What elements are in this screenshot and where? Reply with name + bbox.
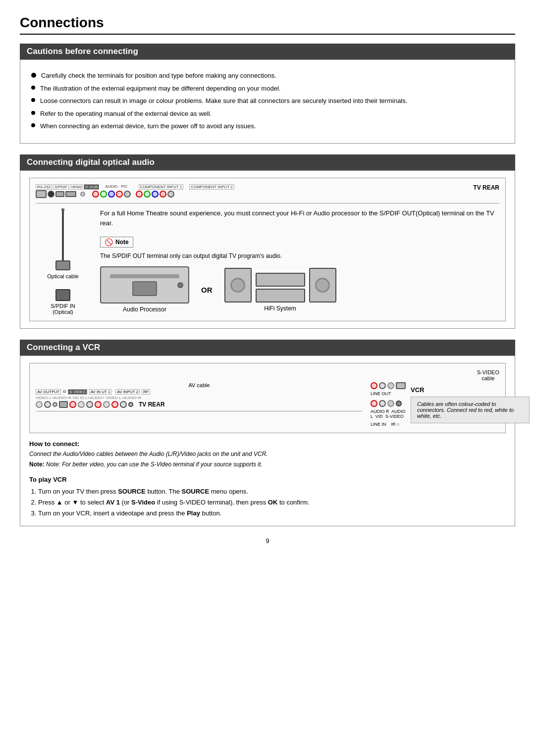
vcr-connector-row: TV REAR bbox=[36, 401, 363, 408]
bullet-icon-3 bbox=[31, 98, 35, 102]
cautions-list: Carefully check the terminals for positi… bbox=[29, 67, 506, 136]
caution-item-3: Loose connectors can result in image or … bbox=[31, 96, 504, 106]
optical-main-content: Optical cable S/PDIF IN (Optical) For a … bbox=[36, 208, 499, 315]
optical-cable-diagram: Optical cable S/PDIF IN (Optical) bbox=[36, 208, 90, 315]
tv-rear-ports: RS-232 S/PDIF HDMI D-SUB AUDIO PIC COMPO… bbox=[36, 184, 234, 200]
spdif-in-connector bbox=[55, 289, 70, 301]
or-label: OR bbox=[201, 286, 213, 294]
connector-hdmi bbox=[55, 191, 64, 197]
audio-processor-visual bbox=[100, 266, 189, 303]
spdif-label: S/PDIF IN (Optical) bbox=[51, 303, 75, 315]
connector-spdif bbox=[48, 191, 54, 198]
how-to-text: Connect the Audio/Video cables between t… bbox=[29, 450, 506, 458]
vcr-diagram: S-VIDEO cable AV cable AV OUTPUT Ω S VID… bbox=[29, 363, 506, 433]
svideo-cable-label: S-VIDEO cable bbox=[477, 369, 499, 381]
bullet-icon-4 bbox=[31, 111, 35, 115]
page-title: Connections bbox=[20, 15, 515, 35]
vcr-section: Connecting a VCR S-VIDEO cable AV cable … bbox=[20, 340, 515, 526]
how-to-header: How to connect: bbox=[29, 440, 506, 448]
note-text: The S/PDIF OUT terminal only can output … bbox=[100, 252, 499, 259]
connector-audio bbox=[80, 192, 85, 197]
digital-optical-header: Connecting digital optical audio bbox=[20, 154, 515, 170]
devices-row: Audio Processor OR bbox=[100, 266, 499, 313]
caution-item-1: Carefully check the terminals for positi… bbox=[31, 71, 504, 81]
cautions-header: Cautions before connecting bbox=[20, 44, 515, 59]
to-play-vcr: To play VCR Turn on your TV then press S… bbox=[29, 476, 506, 519]
optical-connector-end bbox=[55, 260, 70, 270]
bullet-icon-5 bbox=[31, 123, 35, 127]
colour-note: Cables are often colour-coded to connect… bbox=[411, 397, 530, 423]
av-cable-label: AV cable bbox=[36, 382, 363, 388]
vcr-label: VCR bbox=[411, 386, 424, 394]
speaker-left bbox=[224, 268, 252, 302]
to-play-header: To play VCR bbox=[29, 476, 506, 483]
tv-rear-label-optical: TV REAR bbox=[473, 184, 499, 191]
caution-item-2: The illustration of the external equipme… bbox=[31, 84, 504, 94]
how-to-connect: How to connect: Connect the Audio/Video … bbox=[29, 440, 506, 469]
hifi-visual bbox=[224, 268, 336, 302]
note-icon: 🚫 bbox=[105, 238, 113, 246]
connector-rs232 bbox=[36, 190, 47, 198]
bullet-icon-2 bbox=[31, 86, 35, 90]
vcr-main-area: AV cable AV OUTPUT Ω S VIDEO AV IN UT 1 … bbox=[36, 382, 499, 427]
tv-rear-diagram-optical: RS-232 S/PDIF HDMI D-SUB AUDIO PIC COMPO… bbox=[29, 178, 506, 321]
digital-optical-section: Connecting digital optical audio RS-232 … bbox=[20, 154, 515, 329]
optical-cable-label: Optical cable bbox=[47, 273, 79, 279]
hifi-label: HiFi System bbox=[264, 305, 296, 312]
tv-rear-label-vcr: TV REAR bbox=[139, 401, 165, 408]
to-play-step-1: Turn on your TV then press SOURCE button… bbox=[38, 486, 506, 497]
hifi-container: HiFi System bbox=[224, 268, 336, 312]
optical-description: For a full Home Theatre sound experience… bbox=[100, 208, 499, 229]
note-box: 🚫 Note bbox=[100, 237, 133, 248]
optical-right-content: For a full Home Theatre sound experience… bbox=[100, 208, 499, 313]
connector-dsub bbox=[65, 191, 76, 197]
vcr-tv-area: AV cable AV OUTPUT Ω S VIDEO AV IN UT 1 … bbox=[36, 382, 363, 414]
port-labels-row: RS-232 S/PDIF HDMI D-SUB AUDIO PIC COMPO… bbox=[36, 184, 234, 190]
page-number: 9 bbox=[20, 537, 515, 545]
vcr-header: Connecting a VCR bbox=[20, 340, 515, 355]
audio-processor-label: Audio Processor bbox=[123, 306, 166, 313]
optical-cable-line bbox=[62, 211, 64, 260]
cautions-section: Cautions before connecting Carefully che… bbox=[20, 44, 515, 144]
bullet-icon-1 bbox=[31, 73, 36, 78]
to-play-steps: Turn on your TV then press SOURCE button… bbox=[38, 486, 506, 519]
caution-item-4: Refer to the operating manual of the ext… bbox=[31, 109, 504, 119]
how-to-note: Note: Note: For better video, you can us… bbox=[29, 460, 506, 469]
to-play-step-3: Turn on your VCR, insert a videotape and… bbox=[38, 508, 506, 519]
to-play-step-2: Press ▲ or ▼ to select AV 1 (or S-Video … bbox=[38, 497, 506, 508]
speaker-right bbox=[309, 268, 336, 302]
caution-item-5: When connecting an external device, turn… bbox=[31, 121, 504, 131]
audio-processor-container: Audio Processor bbox=[100, 266, 189, 313]
note-label: Note bbox=[115, 239, 129, 246]
vcr-right-area: LINE OUT AUDIO R AUDIO L VID S-VIDEO bbox=[371, 382, 499, 427]
